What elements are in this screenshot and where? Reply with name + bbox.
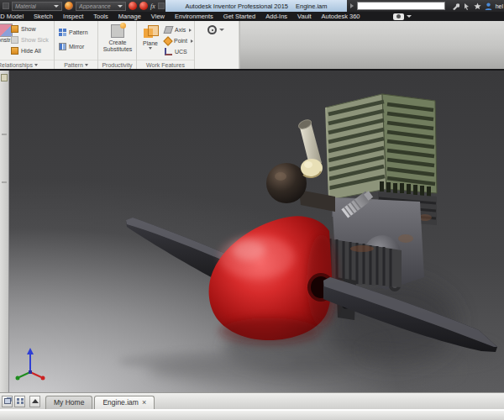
signin-username[interactable]: hel [496, 3, 503, 9]
pattern-icon [59, 29, 66, 36]
ribbon-empty-area [239, 21, 504, 69]
parameters-fx-icon[interactable]: fx [150, 3, 155, 10]
expand-tabs-button[interactable] [29, 396, 40, 407]
tab-get-started[interactable]: Get Started [218, 13, 260, 20]
tab-inspect[interactable]: Inspect [58, 13, 88, 20]
panel-relationships: Constrain Show Show Sick Hide All Relati… [0, 21, 55, 69]
camera-icon [393, 13, 404, 20]
plane-icon [143, 25, 158, 39]
tile-windows-button[interactable] [14, 396, 25, 407]
flyout-arrow-icon [191, 39, 193, 43]
create-substitutes-button[interactable]: Create Substitutes [101, 24, 134, 53]
appearance-dropdown-value: Appearance [79, 3, 111, 9]
mirror-icon [59, 43, 66, 50]
panel-dropdown-icon [34, 64, 38, 66]
status-bar [0, 409, 504, 420]
ribbon-camera-control[interactable] [393, 13, 412, 20]
tab-view[interactable]: View [146, 13, 170, 20]
flyout-arrow-icon [189, 29, 192, 32]
view-options-icon [207, 25, 217, 34]
window-title: Autodesk Inventor Professional 2015 Engi… [165, 0, 347, 12]
point-icon [163, 36, 172, 45]
quick-access-toolbar: Material Appearance fx [0, 2, 172, 11]
plane-dropdown-icon [149, 47, 152, 50]
engine-3d-model[interactable] [9, 71, 504, 392]
title-bar: Material Appearance fx Autodesk Inventor… [0, 0, 504, 12]
chevron-down-icon [407, 15, 412, 18]
ribbon-tab-row: 3D Model Sketch Inspect Tools Manage Vie… [0, 12, 504, 21]
plane-button[interactable]: Plane [139, 25, 161, 50]
cursor-arrow-icon[interactable] [463, 3, 470, 10]
search-wrench-icon[interactable] [452, 3, 459, 10]
panel-dropdown-icon [85, 64, 88, 66]
axis-icon [164, 26, 174, 34]
tab-sketch[interactable]: Sketch [29, 13, 58, 20]
carburetor-intake [297, 118, 323, 177]
document-title: Engine.iam [296, 3, 328, 10]
tab-manage[interactable]: Manage [113, 13, 146, 20]
measure-icon[interactable] [158, 3, 165, 9]
view-options-button[interactable] [207, 25, 224, 34]
panel-divider [2, 134, 7, 135]
tab-vault[interactable]: Vault [292, 13, 317, 20]
chevron-down-icon [118, 5, 123, 8]
favorites-star-icon[interactable] [474, 3, 481, 10]
material-dropdown[interactable]: Material [12, 2, 62, 11]
ucs-icon [165, 48, 172, 55]
adjust-sphere-icon[interactable] [65, 2, 73, 10]
panel-pattern: Pattern Mirror Pattern [55, 21, 98, 69]
ribbon: Constrain Show Show Sick Hide All Relati… [0, 21, 504, 71]
origin-triad [16, 348, 45, 381]
appearance-dropdown[interactable]: Appearance [76, 2, 126, 11]
mirror-button[interactable]: Mirror [59, 39, 88, 54]
tab-3d-model[interactable]: 3D Model [0, 13, 29, 20]
qat-overflow-icon[interactable] [3, 3, 9, 9]
red-sphere-icon[interactable] [129, 2, 137, 10]
sign-in-person-icon[interactable] [485, 3, 492, 10]
search-input[interactable] [357, 2, 445, 10]
panel-label-work-features: Work Features [137, 60, 194, 69]
tab-my-home[interactable]: My Home [45, 396, 92, 409]
muffler [266, 163, 307, 203]
model-viewport[interactable] [0, 71, 504, 392]
chevron-down-icon [219, 29, 224, 31]
tab-tools[interactable]: Tools [88, 13, 113, 20]
point-button[interactable]: Point [165, 35, 193, 46]
panel-label-relationships[interactable]: Relationships [0, 60, 54, 69]
browser-panel-icon[interactable] [1, 74, 8, 81]
axis-button[interactable]: Axis [165, 24, 193, 35]
show-button[interactable]: Show [11, 24, 49, 34]
title-flyout-arrow-icon[interactable] [350, 3, 354, 8]
cascade-icon [4, 398, 11, 404]
document-tab-bar: My Home Engine.iam × [0, 392, 504, 409]
cascade-windows-button[interactable] [2, 396, 13, 407]
red-sphere-icon[interactable] [139, 2, 148, 10]
titlebar-right-icons: hel [452, 0, 504, 12]
ucs-button[interactable]: UCS [165, 46, 193, 57]
show-icon [11, 25, 18, 33]
material-dropdown-value: Material [15, 3, 36, 9]
tab-engine-iam[interactable]: Engine.iam × [94, 396, 155, 409]
panel-extra [195, 21, 239, 69]
hide-all-icon [11, 47, 18, 55]
pattern-button[interactable]: Pattern [59, 25, 88, 39]
panel-work-features: Plane Axis Point UCS [137, 21, 195, 69]
chevron-down-icon [54, 5, 59, 8]
hide-all-button[interactable]: Hide All [11, 45, 49, 56]
inventor-window: Material Appearance fx Autodesk Inventor… [0, 0, 504, 420]
app-title: Autodesk Inventor Professional 2015 [185, 3, 288, 10]
tab-environments[interactable]: Environments [170, 13, 218, 20]
tab-add-ins[interactable]: Add-Ins [260, 13, 292, 20]
close-tab-icon[interactable]: × [142, 399, 146, 406]
tab-autodesk-360[interactable]: Autodesk 360 [317, 13, 365, 20]
panel-label-productivity: Productivity [98, 60, 136, 69]
create-substitutes-icon [111, 24, 124, 38]
panel-label-pattern[interactable]: Pattern [55, 60, 97, 69]
show-sick-button[interactable]: Show Sick [11, 34, 49, 45]
show-sick-icon [11, 36, 18, 44]
browser-panel-edge[interactable] [0, 71, 9, 392]
panel-productivity: Create Substitutes Productivity [98, 21, 137, 69]
panel-divider [2, 181, 7, 183]
up-arrow-icon [32, 399, 39, 403]
tile-grid-icon [17, 398, 24, 404]
